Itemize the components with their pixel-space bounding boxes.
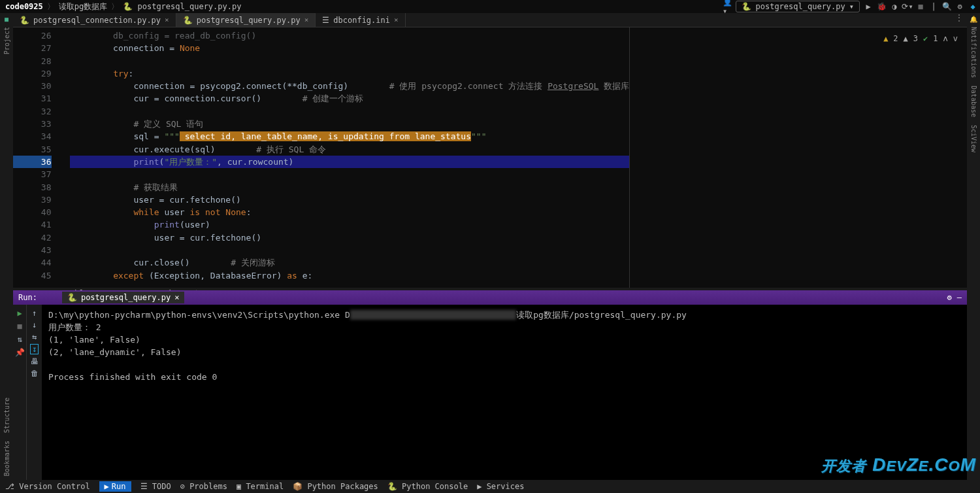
chevron-up-icon[interactable]: ʌ: [943, 34, 948, 43]
label: TODO: [152, 482, 171, 491]
close-icon[interactable]: ×: [394, 16, 399, 24]
chevron-down-icon[interactable]: v: [953, 34, 958, 43]
python-icon: 🐍: [742, 2, 751, 11]
bookmarks-tool[interactable]: Bookmarks: [3, 441, 10, 476]
close-icon[interactable]: ×: [165, 16, 169, 24]
run-title: Run:: [18, 293, 37, 302]
run-tool[interactable]: ▶ Run: [99, 481, 131, 492]
label: Services: [487, 482, 525, 491]
tab-dbconfig[interactable]: ☰ dbconfig.ini ×: [316, 13, 405, 27]
crumb-project[interactable]: code0925: [3, 2, 46, 11]
tab-overflow-icon[interactable]: ⋮: [951, 13, 967, 27]
gear-icon[interactable]: ⚙: [947, 293, 952, 302]
todo-tool[interactable]: ☰ TODO: [140, 482, 171, 491]
python-icon: 🐍: [123, 2, 133, 11]
trash-icon[interactable]: 🗑: [31, 369, 39, 378]
chevron-down-icon: ▾: [849, 2, 854, 11]
crumb-folder[interactable]: 读取pg数据库: [56, 1, 110, 12]
python-icon: 🐍: [183, 16, 193, 25]
structure-tool[interactable]: Structure: [3, 398, 10, 433]
python-icon: 🐍: [20, 16, 29, 25]
scroll-to-end-icon[interactable]: ↧: [30, 344, 39, 354]
print-icon[interactable]: 🖶: [31, 357, 39, 366]
soft-wrap-icon[interactable]: ⇆: [32, 332, 37, 341]
run-header: Run: 🐍 postgresql_query.py × ⚙ —: [13, 290, 967, 305]
label: Python Console: [402, 482, 468, 491]
typo-icon: ✔: [923, 34, 928, 43]
minimize-icon[interactable]: —: [957, 293, 962, 302]
problems-tool[interactable]: ⊘ Problems: [180, 482, 227, 491]
terminal-tool[interactable]: ▣ Terminal: [237, 482, 284, 491]
chevron-icon: 〉: [110, 1, 120, 12]
coverage-button[interactable]: ◑: [890, 2, 899, 11]
editor-tabs: 🐍 postgresql_connection.py.py × 🐍 postgr…: [13, 13, 967, 27]
notifications-icon[interactable]: 🔔: [970, 16, 977, 23]
settings-icon[interactable]: ⚙: [955, 2, 964, 11]
rerun-icon[interactable]: ▶: [17, 309, 22, 318]
database-tool[interactable]: Database: [970, 86, 977, 117]
python-packages-tool[interactable]: 📦 Python Packages: [293, 482, 378, 491]
warning-icon: ▲: [883, 34, 888, 43]
sciview-tool[interactable]: SciView: [970, 125, 977, 152]
run-config-label: postgresql_query.py: [755, 2, 845, 11]
run-tab[interactable]: 🐍 postgresql_query.py ×: [62, 292, 185, 303]
python-console-tool[interactable]: 🐍 Python Console: [387, 482, 468, 491]
run-tool-window: Run: 🐍 postgresql_query.py × ⚙ — ▶ ■ ⇅ 📌…: [13, 290, 967, 480]
tab-label: postgresql_query.py.py: [197, 16, 301, 25]
debug-button[interactable]: 🐞: [877, 2, 886, 11]
tab-postgresql-query[interactable]: 🐍 postgresql_query.py.py ×: [176, 13, 316, 27]
label: Terminal: [246, 482, 284, 491]
pin-icon[interactable]: 📌: [15, 348, 25, 357]
weak-warning-icon: ▲: [904, 34, 908, 43]
up-icon[interactable]: ↑: [32, 309, 37, 318]
divider: |: [929, 2, 938, 11]
code-editor[interactable]: 2627282930313233343536373839404142434445…: [13, 27, 967, 288]
inspections-widget[interactable]: ▲2 ▲3 ✔1 ʌ v: [883, 34, 958, 43]
python-icon: 🐍: [67, 293, 77, 302]
close-icon[interactable]: ×: [174, 293, 179, 302]
editor-right-pane: ▲2 ▲3 ✔1 ʌ v: [629, 27, 967, 288]
label: Problems: [189, 482, 227, 491]
project-tool[interactable]: Project: [3, 27, 10, 54]
user-icon[interactable]: 👤▾: [723, 2, 732, 11]
code-area[interactable]: db_config = read_db_config() connection …: [70, 27, 630, 288]
notifications-tool[interactable]: Notifications: [970, 27, 977, 78]
stop-button[interactable]: ■: [916, 2, 925, 11]
warning-count: 2: [893, 34, 898, 43]
ini-icon: ☰: [322, 16, 329, 25]
services-tool[interactable]: ▶ Services: [477, 482, 524, 491]
run-config-selector[interactable]: 🐍 postgresql_query.py ▾: [736, 1, 860, 12]
left-tool-rail: ■ Project Structure Bookmarks: [0, 13, 13, 480]
layout-icon[interactable]: ⇅: [17, 335, 22, 344]
tab-label: postgresql_connection.py.py: [33, 16, 161, 25]
run-toolbar-left: ▶ ■ ⇅ 📌: [13, 305, 26, 480]
stop-icon[interactable]: ■: [17, 322, 22, 331]
run-toolbar-left2: ↑ ↓ ⇆ ↧ 🖶 🗑: [26, 305, 42, 480]
search-icon[interactable]: 🔍: [942, 2, 951, 11]
crumb-file-label: postgresql_query.py.py: [137, 2, 241, 11]
run-tab-label: postgresql_query.py: [81, 293, 171, 302]
typo-count: 1: [933, 34, 938, 43]
run-button[interactable]: ▶: [864, 2, 873, 11]
navigation-bar: code0925 〉 读取pg数据库 〉 🐍 postgresql_query.…: [0, 0, 980, 13]
label: Run: [112, 482, 126, 491]
line-gutter: 2627282930313233343536373839404142434445: [13, 27, 70, 288]
sync-icon[interactable]: ◆: [968, 2, 977, 11]
tab-postgresql-connection[interactable]: 🐍 postgresql_connection.py.py ×: [13, 13, 176, 27]
close-icon[interactable]: ×: [304, 16, 309, 24]
watermark: 开发者 DEVZE.COM: [821, 454, 976, 476]
vcs-tool[interactable]: ⎇ Version Control: [5, 482, 90, 491]
console-output[interactable]: D:\my\python-pycharm\python-envs\venv2\S…: [42, 305, 967, 480]
weak-warning-count: 3: [913, 34, 918, 43]
profile-button[interactable]: ⟳▾: [903, 2, 912, 11]
status-bar: ⎇ Version Control ▶ Run ☰ TODO ⊘ Problem…: [0, 480, 980, 493]
crumb-file[interactable]: 🐍 postgresql_query.py.py: [120, 2, 244, 11]
project-icon[interactable]: ■: [5, 16, 8, 23]
right-tool-rail: 🔔 Notifications Database SciView: [967, 13, 980, 480]
tab-label: dbconfig.ini: [333, 16, 390, 25]
down-icon[interactable]: ↓: [32, 320, 37, 330]
chevron-icon: 〉: [46, 1, 56, 12]
label: Python Packages: [307, 482, 378, 491]
label: Version Control: [19, 482, 90, 491]
